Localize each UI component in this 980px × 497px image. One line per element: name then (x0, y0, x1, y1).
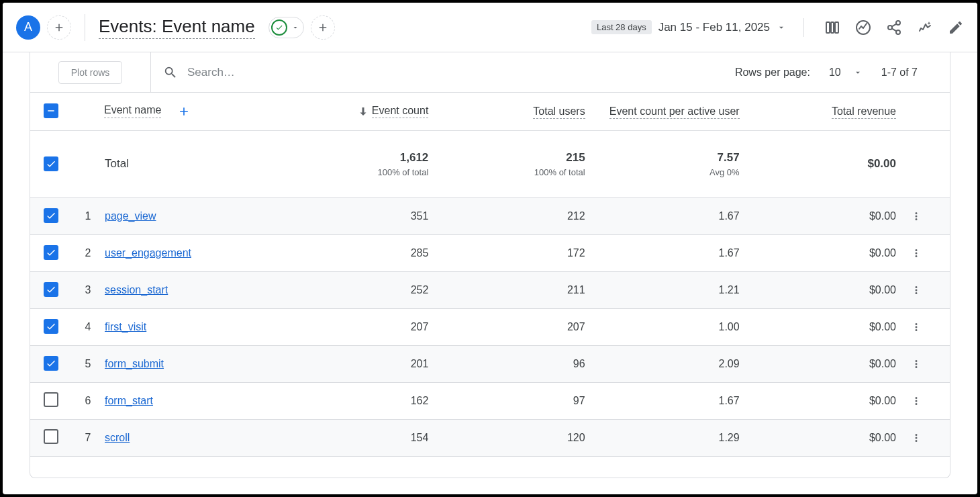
table-row: 3session_start2522111.21$0.00 (30, 271, 950, 308)
row-menu-button[interactable] (910, 234, 950, 271)
cell-event-count: 201 (285, 345, 442, 382)
avatar-letter: A (24, 20, 32, 34)
row-checkbox[interactable] (44, 208, 58, 223)
event-name-link[interactable]: scroll (105, 432, 130, 443)
svg-point-5 (888, 26, 892, 30)
col-revenue[interactable]: Total revenue (832, 105, 896, 119)
share-icon[interactable] (886, 19, 902, 36)
sort-desc-icon (357, 105, 369, 118)
cell-per-user: 1.67 (599, 197, 753, 234)
rows-per-page-label: Rows per page: (735, 66, 810, 79)
row-index: 2 (72, 234, 104, 271)
cell-total-users: 207 (442, 308, 598, 345)
cell-event-count: 351 (285, 197, 442, 234)
totals-checkbox[interactable] (44, 156, 58, 171)
caret-down-icon (777, 23, 786, 32)
totals-event-count: 1,612 (286, 151, 428, 165)
row-index: 4 (72, 308, 104, 345)
svg-rect-0 (826, 22, 830, 33)
row-checkbox[interactable] (44, 319, 58, 334)
cell-total-users: 212 (442, 197, 598, 234)
table-row: 1page_view3512121.67$0.00 (30, 197, 950, 234)
row-index: 6 (72, 382, 104, 419)
row-index: 5 (72, 345, 104, 382)
cell-per-user: 1.29 (599, 419, 753, 456)
search-input[interactable] (186, 65, 387, 80)
event-name-link[interactable]: user_engagement (105, 247, 191, 259)
table-row: 7scroll1541201.29$0.00 (30, 419, 950, 456)
event-name-link[interactable]: form_start (105, 395, 153, 406)
row-checkbox[interactable] (44, 245, 58, 260)
row-index: 7 (72, 419, 104, 456)
col-per-user[interactable]: Event count per active user (609, 105, 740, 119)
row-menu-button[interactable] (910, 271, 950, 308)
cell-total-users: 96 (442, 345, 598, 382)
events-table: Event name Event count Total users Event… (30, 93, 950, 457)
check-circle-icon (271, 19, 287, 36)
event-name-link[interactable]: session_start (105, 284, 168, 296)
svg-point-6 (896, 30, 900, 34)
table-row: 5form_submit201962.09$0.00 (30, 345, 950, 382)
cell-total-users: 97 (442, 382, 598, 419)
table-row: 2user_engagement2851721.67$0.00 (30, 234, 950, 271)
svg-rect-1 (831, 22, 834, 33)
cell-event-count: 207 (285, 308, 442, 345)
row-menu-button[interactable] (910, 419, 950, 456)
insights-icon[interactable] (855, 19, 871, 36)
add-dimension-button[interactable] (177, 105, 191, 118)
event-name-link[interactable]: form_submit (105, 358, 164, 369)
top-bar: A Events: Event name Last 28 days Jan 15… (3, 3, 977, 52)
totals-row: Total 1,612100% of total 215100% of tota… (30, 130, 950, 197)
cell-total-users: 172 (442, 234, 598, 271)
pagination-range: 1-7 of 7 (881, 66, 918, 79)
cell-per-user: 1.21 (599, 271, 753, 308)
table-row: 6form_start162971.67$0.00 (30, 382, 950, 419)
add-segment-button[interactable] (47, 15, 71, 40)
row-checkbox[interactable] (44, 429, 58, 444)
sparkle-icon[interactable] (917, 19, 933, 36)
cell-revenue: $0.00 (753, 419, 910, 456)
row-checkbox[interactable] (44, 392, 58, 407)
event-name-link[interactable]: page_view (105, 210, 156, 222)
avatar[interactable]: A (16, 15, 40, 40)
col-event-name[interactable]: Event name (104, 104, 161, 118)
rows-per-page-select[interactable]: 10 (829, 66, 863, 79)
add-comparison-button[interactable] (311, 15, 335, 40)
col-total-users[interactable]: Total users (533, 105, 585, 119)
row-index: 3 (72, 271, 104, 308)
table-row: 4first_visit2072071.00$0.00 (30, 308, 950, 345)
row-checkbox[interactable] (44, 356, 58, 371)
status-pill[interactable] (268, 17, 304, 38)
cell-event-count: 252 (285, 271, 442, 308)
divider (85, 14, 85, 41)
totals-per-user: 7.57 (599, 151, 740, 165)
search-icon (163, 65, 178, 80)
totals-total-users: 215 (442, 151, 585, 165)
cell-per-user: 1.00 (599, 308, 753, 345)
plot-rows-button[interactable]: Plot rows (58, 61, 123, 84)
customize-report-icon[interactable] (824, 19, 840, 36)
row-menu-button[interactable] (910, 345, 950, 382)
cell-revenue: $0.00 (753, 382, 910, 419)
cell-event-count: 162 (285, 382, 442, 419)
row-index: 1 (72, 197, 104, 234)
cell-per-user: 1.67 (599, 234, 753, 271)
cell-revenue: $0.00 (753, 308, 910, 345)
event-name-link[interactable]: first_visit (105, 321, 146, 332)
row-checkbox[interactable] (44, 282, 58, 297)
page-title[interactable]: Events: Event name (99, 16, 255, 39)
cell-revenue: $0.00 (753, 271, 910, 308)
col-event-count[interactable]: Event count (372, 105, 429, 118)
table-toolbar: Plot rows Rows per page: 10 1-7 of 7 (30, 52, 950, 93)
cell-event-count: 285 (285, 234, 442, 271)
totals-label: Total (104, 130, 285, 197)
row-menu-button[interactable] (910, 308, 950, 345)
divider (803, 18, 804, 37)
row-menu-button[interactable] (910, 197, 950, 234)
cell-per-user: 2.09 (599, 345, 753, 382)
row-menu-button[interactable] (910, 382, 950, 419)
cell-total-users: 120 (442, 419, 598, 456)
select-all-checkbox[interactable] (44, 103, 58, 118)
date-range-picker[interactable]: Last 28 days Jan 15 - Feb 11, 2025 (591, 20, 786, 34)
edit-icon[interactable] (948, 19, 964, 36)
